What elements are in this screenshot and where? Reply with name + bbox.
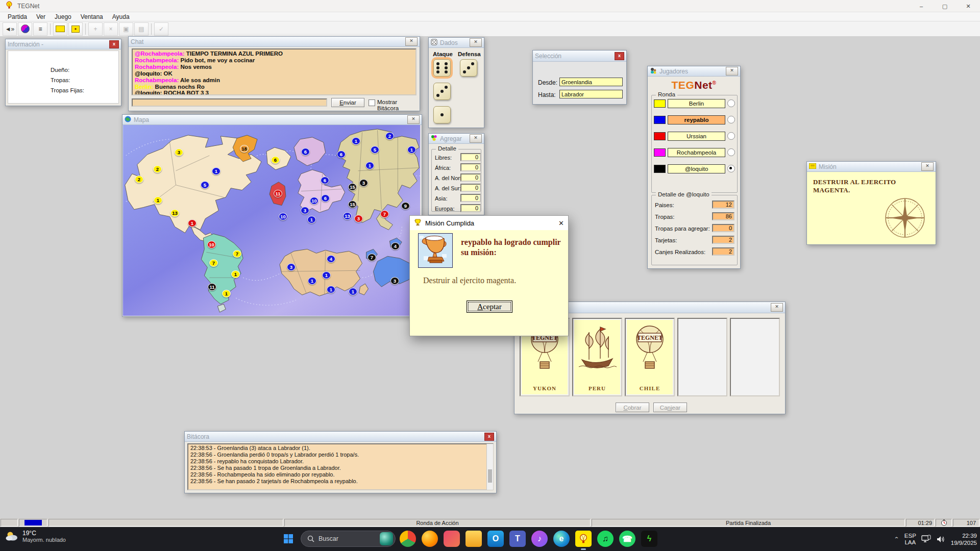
card-slot[interactable]: TEGNETCHILE [625, 318, 675, 396]
dialog-close-icon[interactable]: ✕ [558, 219, 564, 227]
army-marker[interactable]: 1 [322, 271, 331, 279]
army-marker[interactable]: 3 [301, 207, 309, 214]
chat-input[interactable] [132, 98, 327, 107]
jugadores-close-icon[interactable]: ✕ [726, 67, 738, 76]
army-marker[interactable]: 6 [271, 156, 280, 164]
chat-message-list[interactable]: @Rochabmpeola: TIEMPO TERMINA AZUL PRIME… [132, 48, 416, 95]
close-button[interactable]: ✕ [957, 0, 980, 12]
mission-icon[interactable]: ● [68, 22, 83, 36]
player-radio[interactable] [727, 132, 735, 140]
phone-icon[interactable]: ☎ [619, 531, 635, 547]
app-titlebar[interactable]: TEGNet – ▢ ✕ [0, 0, 980, 12]
army-marker[interactable]: 3 [359, 179, 368, 187]
mapa-close-icon[interactable]: ✕ [407, 115, 420, 124]
army-marker[interactable]: 1 [231, 270, 240, 278]
army-marker[interactable]: 15 [348, 183, 357, 191]
agregar-row-value[interactable]: 0 [460, 173, 481, 182]
bitacora-log[interactable]: 22:38:53 - Groenlandia (3) ataca a Labra… [187, 443, 494, 490]
agregar-row-value[interactable]: 0 [460, 163, 481, 171]
dados-titlebar[interactable]: Dados ✕ [429, 38, 484, 48]
scrollbar-thumb[interactable] [488, 469, 492, 483]
army-marker[interactable]: 7 [368, 254, 376, 261]
player-radio[interactable] [727, 165, 735, 172]
card-slot[interactable]: PERU [572, 318, 622, 396]
army-marker[interactable]: 4 [391, 242, 400, 250]
tegnet-icon[interactable] [575, 531, 592, 547]
army-marker[interactable]: 6 [337, 151, 346, 158]
attack-icon[interactable]: × [104, 22, 118, 36]
language-indicator[interactable]: ESPLAA [904, 533, 916, 546]
razer-icon[interactable]: ϟ [641, 531, 657, 547]
informacion-titlebar[interactable]: Información - x [6, 39, 121, 49]
card-icon[interactable] [53, 22, 67, 36]
informacion-close-icon[interactable]: x [109, 40, 119, 48]
country-card-chile[interactable]: TEGNETCHILE [627, 320, 673, 394]
aceptar-button[interactable]: Aceptar [467, 300, 512, 313]
army-marker[interactable]: 1 [212, 167, 220, 175]
player-radio[interactable] [727, 99, 735, 107]
spotify-icon[interactable]: ♫ [597, 531, 614, 547]
army-marker[interactable]: 3 [175, 148, 183, 156]
maximize-button[interactable]: ▢ [933, 0, 957, 12]
player-name[interactable]: Rochabmpeola [668, 148, 725, 157]
end-turn-icon[interactable]: ✓ [154, 22, 168, 36]
army-marker[interactable]: 5 [201, 181, 209, 189]
player-name[interactable]: @loquito [668, 164, 725, 173]
army-marker[interactable]: 5 [371, 146, 379, 154]
army-marker[interactable]: 3 [390, 277, 399, 285]
card-slot[interactable] [730, 318, 780, 396]
army-marker[interactable]: 2 [385, 132, 394, 140]
agregar-close-icon[interactable]: ✕ [470, 134, 482, 143]
army-marker[interactable]: 1 [365, 162, 374, 169]
country-card-peru[interactable]: PERU [574, 320, 620, 394]
army-marker[interactable]: 10 [310, 197, 318, 205]
tray-overflow-chevron-icon[interactable]: ⌃ [894, 536, 899, 542]
menu-item-ver[interactable]: Ver [32, 13, 50, 21]
army-marker[interactable]: 11 [274, 190, 282, 197]
player-radio[interactable] [727, 116, 735, 123]
army-marker[interactable]: 2 [153, 165, 162, 173]
army-marker[interactable]: 6 [321, 177, 329, 184]
army-marker[interactable]: 9 [401, 202, 410, 210]
sound-icon[interactable]: ◄» [3, 22, 17, 36]
add-troops-icon[interactable]: + [88, 22, 103, 36]
army-marker[interactable]: 10 [279, 213, 287, 220]
minimize-button[interactable]: – [910, 0, 933, 12]
desde-field[interactable]: Groenlandia [559, 78, 623, 86]
chrome-icon[interactable] [400, 531, 416, 547]
card-slot[interactable] [677, 318, 727, 396]
cobrar-button[interactable]: Cobrar [616, 403, 649, 412]
agregar-row-value[interactable]: 0 [460, 194, 481, 202]
firefox-icon[interactable] [422, 531, 438, 547]
mision-titlebar[interactable]: Misión ✕ [807, 162, 936, 172]
agregar-row-value[interactable]: 0 [460, 204, 481, 212]
player-name[interactable]: Berlin [668, 99, 725, 108]
army-marker[interactable]: 1 [308, 277, 316, 285]
bitacora-titlebar[interactable]: Bitácora x [185, 432, 496, 442]
army-marker[interactable]: 1 [222, 290, 231, 297]
menu-item-juego[interactable]: Juego [50, 13, 76, 21]
tarjetas-close-icon[interactable]: ✕ [771, 303, 783, 312]
outlook-icon[interactable]: O [487, 531, 504, 547]
dialog-titlebar[interactable]: Misión Cumplida ✕ [410, 216, 568, 230]
chat-close-icon[interactable]: ✕ [405, 37, 418, 46]
army-marker[interactable]: 1 [352, 137, 360, 145]
bitacora-close-icon[interactable]: x [484, 433, 494, 441]
chat-titlebar[interactable]: Chat ✕ [129, 37, 420, 47]
mision-close-icon[interactable]: ✕ [921, 162, 934, 171]
army-marker[interactable]: 3 [287, 263, 296, 271]
player-name[interactable]: reypablo [668, 115, 725, 124]
seleccion-close-icon[interactable]: x [615, 52, 624, 60]
dados-close-icon[interactable]: ✕ [470, 38, 482, 47]
menu-item-partida[interactable]: Partida [3, 13, 32, 21]
weather-widget[interactable]: 19°C Mayorm. nublado [5, 530, 66, 543]
agregar-row-value[interactable]: 0 [460, 153, 481, 161]
army-marker[interactable]: 4 [327, 255, 335, 263]
army-marker[interactable]: 3 [354, 215, 363, 222]
start-button[interactable] [280, 531, 297, 547]
army-marker[interactable]: 7 [209, 259, 218, 267]
army-marker[interactable]: 6 [301, 148, 310, 156]
player-name[interactable]: Urssian [668, 132, 725, 141]
hasta-field[interactable]: Labrador [559, 90, 623, 98]
seleccion-titlebar[interactable]: Selección x [533, 51, 626, 62]
